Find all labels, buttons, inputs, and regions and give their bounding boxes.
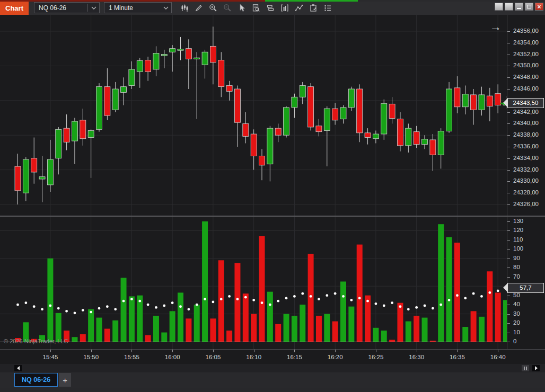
data-box-button[interactable]: [249, 2, 263, 14]
time-label: 16:00: [161, 354, 184, 360]
axis-label: 24346,00: [513, 85, 539, 92]
tab-list-button[interactable]: [522, 365, 529, 371]
axis-label: 24350,00: [513, 62, 539, 68]
triangle-left-icon: [17, 366, 20, 370]
properties-button[interactable]: [320, 2, 335, 14]
tab-nq-06-26[interactable]: NQ 06-26: [14, 373, 58, 387]
axis-label: 24354,00: [513, 39, 539, 46]
zoom-out-icon: [223, 4, 232, 12]
restore-button[interactable]: [525, 3, 533, 11]
indicators-button[interactable]: [292, 2, 306, 14]
indicator-pane-plot[interactable]: [0, 217, 507, 349]
strategies-button[interactable]: [306, 2, 320, 14]
axis-label: 24348,00: [513, 74, 539, 80]
interval-selector-value: 1 Minute: [104, 4, 163, 12]
chart-trader-button[interactable]: [263, 2, 277, 14]
window-title-tab[interactable]: Chart: [0, 2, 29, 15]
time-tick: [50, 350, 51, 352]
close-button[interactable]: ×: [535, 3, 543, 11]
connection-status-strip: [0, 0, 545, 2]
chart-style-button[interactable]: [177, 2, 191, 14]
axis-tick: [507, 259, 510, 259]
indicator-value-marker: 57,7: [507, 283, 544, 293]
axis-label: 120: [513, 227, 523, 233]
instrument-selector[interactable]: NQ 06-26: [34, 2, 100, 13]
document-tab-strip: NQ 06-26 +: [0, 372, 545, 388]
triangle-right-icon: [535, 366, 538, 370]
axis-tick: [507, 249, 510, 250]
axis-tick: [507, 342, 510, 342]
axis-tick: [507, 77, 510, 78]
time-label: 16:40: [486, 354, 509, 360]
price-axis[interactable]: 24343,50 57,7 24356,0024354,0024352,0024…: [507, 15, 545, 349]
strategies-icon: [309, 4, 318, 12]
add-tab-button[interactable]: +: [59, 373, 71, 387]
cursor-icon: [238, 4, 246, 12]
time-tick: [417, 350, 417, 352]
axis-label: 24328,00: [513, 189, 539, 195]
axis-tick: [507, 181, 510, 182]
tab-list-icon: [524, 367, 527, 370]
time-tick: [457, 350, 458, 352]
panel-button-1[interactable]: [495, 3, 503, 11]
scroll-left-button[interactable]: [14, 365, 22, 371]
chart-trader-icon: [266, 4, 275, 12]
axis-tick: [507, 158, 510, 159]
axis-tick: [507, 147, 510, 147]
axis-label: 70: [513, 273, 520, 280]
price-pane-plot[interactable]: [0, 15, 507, 216]
axis-tick: [507, 31, 510, 32]
axis-tick: [507, 221, 510, 222]
time-tick: [335, 350, 336, 352]
data-box-icon: [252, 4, 260, 12]
last-price-marker: 24343,50: [507, 98, 544, 108]
restore-icon: [527, 5, 531, 8]
close-icon: ×: [537, 4, 541, 10]
axis-tick: [507, 230, 510, 231]
instrument-selector-value: NQ 06-26: [34, 4, 87, 12]
axis-tick: [507, 112, 510, 113]
time-label: 15:50: [80, 354, 103, 360]
axis-label: 24326,00: [513, 201, 539, 207]
axis-label: 100: [513, 245, 523, 252]
time-tick: [254, 350, 254, 352]
zoom-out-button[interactable]: [220, 2, 234, 14]
axis-label: 110: [513, 236, 523, 243]
interval-selector[interactable]: 1 Minute: [104, 2, 172, 13]
title-bar: Chart NQ 06-26 1 Minute: [0, 0, 545, 15]
scroll-right-button[interactable]: [532, 365, 540, 371]
axis-tick: [507, 55, 510, 55]
chevron-down-icon: [91, 6, 96, 10]
axis-tick: [507, 277, 510, 278]
zoom-in-button[interactable]: [206, 2, 220, 14]
chart-area: → © 2026 NinjaTrader, LLC 24343,50 57,7 …: [0, 15, 545, 364]
axis-tick: [507, 323, 510, 324]
axis-label: 24342,00: [513, 109, 539, 115]
cursor-button[interactable]: [234, 2, 249, 14]
axis-label: 0: [513, 338, 516, 344]
axis-tick: [507, 66, 510, 66]
panel-button-2[interactable]: [505, 3, 513, 11]
draw-button[interactable]: [191, 2, 206, 14]
axis-label: 30: [513, 310, 520, 317]
time-axis[interactable]: 15:4515:5015:5516:0016:0516:1016:1516:20…: [0, 349, 545, 364]
axis-label: 24352,00: [513, 51, 539, 57]
go-to-end-icon[interactable]: →: [490, 20, 502, 34]
time-label: 16:35: [445, 354, 469, 360]
indicator-last-value: 57,7: [520, 284, 531, 291]
zoom-in-icon: [209, 4, 217, 12]
window-bottom-edge: [0, 388, 545, 392]
time-tick: [376, 350, 376, 352]
minimize-button[interactable]: [515, 3, 523, 11]
bar-spacing-button[interactable]: [277, 2, 292, 14]
axis-label: 24338,00: [513, 131, 539, 138]
time-label: 15:45: [39, 354, 62, 360]
chart-window: Chart NQ 06-26 1 Minute: [0, 0, 545, 392]
bar-spacing-icon: [280, 4, 289, 12]
axis-tick: [507, 240, 510, 240]
axis-label: 24332,00: [513, 166, 539, 173]
pane-divider[interactable]: [0, 216, 545, 217]
axis-label: 24334,00: [513, 155, 539, 161]
axis-label: 24336,00: [513, 143, 539, 149]
axis-tick: [507, 123, 510, 124]
